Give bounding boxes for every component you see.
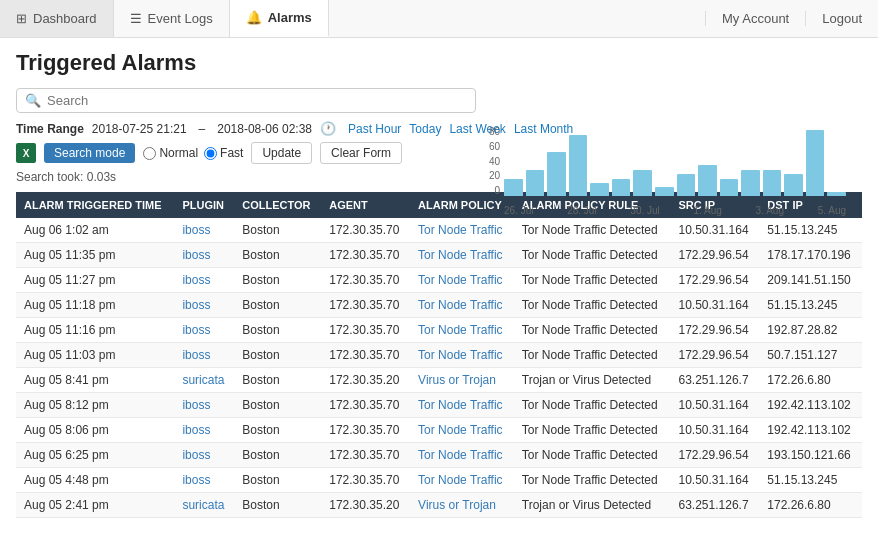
- table-cell: 51.15.13.245: [759, 468, 862, 493]
- table-cell: Tor Node Traffic Detected: [514, 468, 671, 493]
- nav-event-logs-label: Event Logs: [148, 11, 213, 26]
- table-cell: Boston: [234, 418, 321, 443]
- table-cell: 172.30.35.20: [321, 493, 410, 518]
- normal-label: Normal: [159, 146, 198, 160]
- table-cell: 51.15.13.245: [759, 293, 862, 318]
- table-cell[interactable]: iboss: [174, 243, 234, 268]
- table-cell[interactable]: Tor Node Traffic: [410, 468, 514, 493]
- table-cell: Tor Node Traffic Detected: [514, 343, 671, 368]
- time-range-separator: –: [199, 122, 206, 136]
- table-cell[interactable]: Virus or Trojan: [410, 368, 514, 393]
- table-cell[interactable]: iboss: [174, 443, 234, 468]
- table-cell: Aug 05 6:25 pm: [16, 443, 174, 468]
- table-cell[interactable]: Tor Node Traffic: [410, 418, 514, 443]
- table-cell: 172.30.35.20: [321, 368, 410, 393]
- table-cell[interactable]: iboss: [174, 418, 234, 443]
- table-cell: Tor Node Traffic Detected: [514, 293, 671, 318]
- table-cell[interactable]: suricata: [174, 493, 234, 518]
- table-cell: 10.50.31.164: [671, 293, 760, 318]
- table-row[interactable]: Aug 05 8:06 pmibossBoston172.30.35.70Tor…: [16, 418, 862, 443]
- logout-link[interactable]: Logout: [805, 11, 878, 26]
- nav-dashboard[interactable]: ⊞ Dashboard: [0, 0, 114, 37]
- table-cell: Boston: [234, 393, 321, 418]
- table-cell: 172.30.35.70: [321, 468, 410, 493]
- y-label-80: 80: [476, 126, 500, 137]
- table-cell: 172.26.6.80: [759, 493, 862, 518]
- chart-bar: [569, 135, 588, 196]
- table-cell[interactable]: iboss: [174, 468, 234, 493]
- table-cell[interactable]: iboss: [174, 293, 234, 318]
- table-cell: Aug 05 8:12 pm: [16, 393, 174, 418]
- table-cell: Tor Node Traffic Detected: [514, 393, 671, 418]
- nav-dashboard-label: Dashboard: [33, 11, 97, 26]
- table-row[interactable]: Aug 05 8:41 pmsuricataBoston172.30.35.20…: [16, 368, 862, 393]
- table-cell: 172.29.96.54: [671, 268, 760, 293]
- table-row[interactable]: Aug 05 11:35 pmibossBoston172.30.35.70To…: [16, 243, 862, 268]
- chart-bar: [720, 179, 739, 197]
- excel-button[interactable]: X: [16, 143, 36, 163]
- table-cell: Boston: [234, 468, 321, 493]
- nav-event-logs[interactable]: ☰ Event Logs: [114, 0, 230, 37]
- today-link[interactable]: Today: [409, 122, 441, 136]
- table-cell[interactable]: Tor Node Traffic: [410, 268, 514, 293]
- search-mode-button[interactable]: Search mode: [44, 143, 135, 163]
- clear-form-button[interactable]: Clear Form: [320, 142, 402, 164]
- fast-radio[interactable]: [204, 147, 217, 160]
- y-label-0: 0: [476, 185, 500, 196]
- chart-bars: [504, 126, 846, 196]
- normal-radio[interactable]: [143, 147, 156, 160]
- table-cell: 50.7.151.127: [759, 343, 862, 368]
- table-row[interactable]: Aug 05 11:18 pmibossBoston172.30.35.70To…: [16, 293, 862, 318]
- my-account-link[interactable]: My Account: [705, 11, 805, 26]
- table-cell: Boston: [234, 318, 321, 343]
- table-cell: Aug 05 11:16 pm: [16, 318, 174, 343]
- col-triggered-time: ALARM TRIGGERED TIME: [16, 192, 174, 218]
- table-cell: 172.30.35.70: [321, 293, 410, 318]
- chart-bar: [784, 174, 803, 196]
- x-label-2: 28. Jul: [567, 205, 596, 216]
- table-cell[interactable]: Tor Node Traffic: [410, 393, 514, 418]
- fast-radio-label[interactable]: Fast: [204, 146, 243, 160]
- update-button[interactable]: Update: [251, 142, 312, 164]
- table-cell[interactable]: suricata: [174, 368, 234, 393]
- x-label-1: 26. Jul: [504, 205, 533, 216]
- table-row[interactable]: Aug 05 6:25 pmibossBoston172.30.35.70Tor…: [16, 443, 862, 468]
- table-cell: Boston: [234, 343, 321, 368]
- y-label-40: 40: [476, 156, 500, 167]
- normal-radio-label[interactable]: Normal: [143, 146, 198, 160]
- table-cell: 172.30.35.70: [321, 268, 410, 293]
- chart-bar: [806, 130, 825, 196]
- table-cell: Boston: [234, 218, 321, 243]
- fast-label: Fast: [220, 146, 243, 160]
- table-cell[interactable]: Virus or Trojan: [410, 493, 514, 518]
- col-plugin: PLUGIN: [174, 192, 234, 218]
- table-cell: Boston: [234, 493, 321, 518]
- table-cell[interactable]: Tor Node Traffic: [410, 343, 514, 368]
- table-cell[interactable]: iboss: [174, 343, 234, 368]
- table-cell[interactable]: Tor Node Traffic: [410, 293, 514, 318]
- search-input[interactable]: [47, 93, 467, 108]
- table-cell[interactable]: Tor Node Traffic: [410, 443, 514, 468]
- table-row[interactable]: Aug 05 2:41 pmsuricataBoston172.30.35.20…: [16, 493, 862, 518]
- table-cell: 172.30.35.70: [321, 343, 410, 368]
- chart-y-labels: 80 60 40 20 0: [476, 126, 500, 196]
- table-cell[interactable]: iboss: [174, 393, 234, 418]
- table-cell: 172.30.35.70: [321, 418, 410, 443]
- table-cell: Aug 05 11:18 pm: [16, 293, 174, 318]
- table-cell: Tor Node Traffic Detected: [514, 418, 671, 443]
- nav-alarms[interactable]: 🔔 Alarms: [230, 0, 329, 37]
- table-cell[interactable]: Tor Node Traffic: [410, 318, 514, 343]
- x-label-6: 5. Aug: [818, 205, 846, 216]
- table-cell: Aug 05 11:27 pm: [16, 268, 174, 293]
- table-row[interactable]: Aug 05 11:03 pmibossBoston172.30.35.70To…: [16, 343, 862, 368]
- table-row[interactable]: Aug 05 11:27 pmibossBoston172.30.35.70To…: [16, 268, 862, 293]
- past-hour-link[interactable]: Past Hour: [348, 122, 401, 136]
- chart-bar: [633, 170, 652, 196]
- table-row[interactable]: Aug 05 4:48 pmibossBoston172.30.35.70Tor…: [16, 468, 862, 493]
- table-row[interactable]: Aug 05 8:12 pmibossBoston172.30.35.70Tor…: [16, 393, 862, 418]
- table-cell[interactable]: iboss: [174, 318, 234, 343]
- table-row[interactable]: Aug 05 11:16 pmibossBoston172.30.35.70To…: [16, 318, 862, 343]
- table-cell[interactable]: iboss: [174, 218, 234, 243]
- table-cell[interactable]: Tor Node Traffic: [410, 243, 514, 268]
- table-cell[interactable]: iboss: [174, 268, 234, 293]
